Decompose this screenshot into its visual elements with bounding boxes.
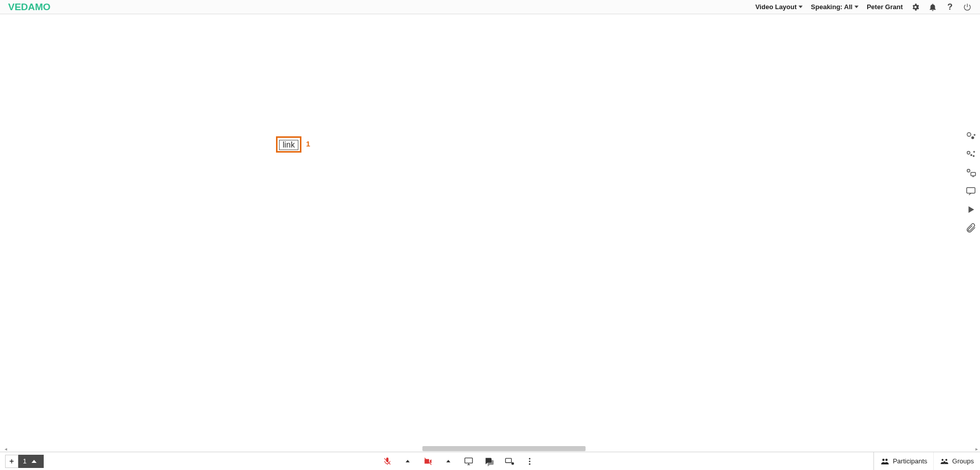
chevron-down-icon [854,6,859,8]
svg-rect-9 [465,458,473,463]
scroll-left-arrow[interactable]: ◂ [3,446,8,452]
current-page-number: 1 [23,457,26,465]
mic-muted-icon[interactable] [382,456,393,467]
mic-options-caret[interactable] [402,456,413,467]
svg-point-13 [529,460,531,462]
svg-point-3 [967,152,970,155]
participants-button[interactable]: Participants [874,452,933,471]
footer-bar: + 1 Participants [0,452,980,470]
chat-panel-icon[interactable] [964,185,978,197]
chat-icon[interactable] [483,456,495,467]
svg-point-11 [511,462,514,464]
video-layout-dropdown[interactable]: Video Layout [755,3,803,11]
svg-rect-8 [967,188,975,193]
user-label: Peter Grant [867,3,903,11]
groups-button[interactable]: Groups [933,452,980,471]
play-icon[interactable] [964,203,978,216]
speaking-dropdown[interactable]: Speaking: All [811,3,859,11]
footer-center-controls [44,456,873,467]
scroll-right-arrow[interactable]: ▸ [974,446,979,452]
groups-label: Groups [952,457,974,465]
svg-point-4 [970,154,972,156]
screen-share-panel-icon[interactable] [964,167,978,179]
add-participant-icon[interactable] [964,130,978,142]
app-header: VEDAMO Video Layout Speaking: All Peter … [0,0,980,14]
current-page-indicator[interactable]: 1 [18,455,44,468]
horizontal-scrollbar[interactable]: ◂ ▸ [20,446,978,452]
screen-share-icon[interactable] [463,456,474,467]
svg-point-16 [885,458,888,461]
svg-point-1 [967,133,971,136]
svg-point-12 [529,458,531,459]
present-icon[interactable] [504,456,515,467]
scroll-thumb[interactable] [422,446,585,451]
speaking-label: Speaking: All [811,3,852,11]
page-controls: + 1 [5,455,44,468]
header-controls: Video Layout Speaking: All Peter Grant ? [755,3,972,12]
canvas-link-object[interactable]: link [276,136,301,153]
add-page-button[interactable]: + [5,455,18,468]
whiteboard-canvas[interactable]: link 1 [0,14,980,452]
svg-point-15 [882,458,885,461]
svg-point-2 [971,136,974,139]
camera-options-caret[interactable] [443,456,454,467]
notifications-icon[interactable] [928,3,937,12]
svg-point-5 [973,155,975,157]
svg-point-14 [529,463,531,464]
power-icon[interactable] [963,3,972,12]
attachment-icon[interactable] [964,222,978,234]
svg-point-6 [967,169,970,172]
chevron-down-icon [799,6,803,8]
right-sidebar [964,130,978,234]
brand-logo: VEDAMO [8,2,50,13]
svg-point-18 [945,459,947,461]
add-group-icon[interactable] [964,149,978,161]
camera-off-icon[interactable] [422,456,434,467]
settings-icon[interactable] [911,3,920,12]
svg-rect-10 [506,458,512,462]
help-icon[interactable]: ? [945,3,955,12]
svg-point-17 [942,459,944,461]
annotation-marker-1: 1 [306,139,310,148]
svg-rect-7 [971,172,975,175]
canvas-link-text: link [279,140,298,150]
more-options-icon[interactable] [524,456,535,467]
chevron-up-icon [32,460,37,463]
video-layout-label: Video Layout [755,3,797,11]
footer-right-controls: Participants Groups [873,452,980,471]
user-name[interactable]: Peter Grant [867,3,903,11]
participants-label: Participants [893,457,927,465]
